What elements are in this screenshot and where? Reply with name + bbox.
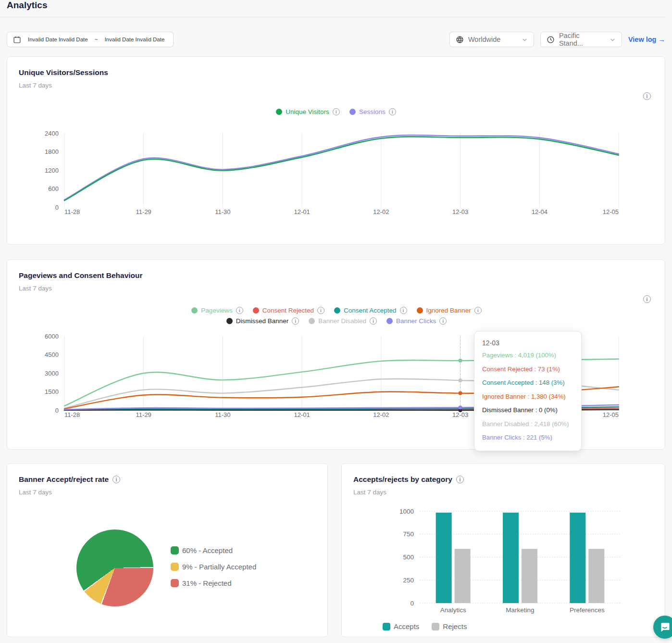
bar-accepts-analytics bbox=[436, 513, 452, 603]
legend-item-9-partially-accepted[interactable]: 9% - Partially Accepted bbox=[171, 563, 256, 571]
legend-swatch bbox=[417, 307, 423, 314]
info-icon[interactable]: i bbox=[370, 317, 377, 325]
y-tick-label: 750 bbox=[403, 530, 414, 538]
date-range-start: Invalid Date Invalid Date bbox=[28, 37, 88, 42]
legend-label: Banner Disabled bbox=[318, 317, 366, 325]
info-icon[interactable]: i bbox=[292, 317, 299, 325]
card-unique-visitors-sessions: Unique Visitors/Sessions Last 7 days i U… bbox=[7, 56, 665, 245]
legend-swatch bbox=[334, 307, 340, 314]
tooltip-row-consent-rejected: Consent Rejected : 73 (1%) bbox=[482, 363, 573, 377]
legend-swatch bbox=[383, 623, 390, 630]
x-tick-label: 11-29 bbox=[136, 411, 151, 418]
series-line-sessions bbox=[64, 135, 619, 200]
y-tick-label: 0 bbox=[55, 204, 59, 211]
x-tick-label: 11-28 bbox=[64, 208, 80, 215]
date-range-end: Invalid Date Invalid Date bbox=[105, 37, 165, 42]
chart-legend: PageviewsiConsent RejectediConsent Accep… bbox=[159, 307, 514, 325]
timezone-select-value: Pacific Stand... bbox=[559, 32, 605, 47]
legend-item-31-rejected[interactable]: 31% - Rejected bbox=[171, 579, 256, 587]
legend-swatch bbox=[171, 563, 179, 571]
x-tick-label: 11-29 bbox=[136, 208, 151, 215]
legend-item-rejects[interactable]: Rejects bbox=[432, 622, 467, 630]
legend-label: Unique Visitors bbox=[286, 108, 329, 115]
legend-item-unique-visitors[interactable]: Unique Visitorsi bbox=[276, 108, 340, 115]
bar-accepts-preferences bbox=[570, 513, 585, 603]
legend-label: Dismissed Banner bbox=[236, 317, 289, 325]
legend-item-accepts[interactable]: Accepts bbox=[383, 622, 419, 630]
card-pageviews-consent: Pageviews and Consent Behaviour Last 7 d… bbox=[7, 259, 665, 450]
view-log-link[interactable]: View log → bbox=[628, 36, 665, 43]
legend-item-ignored-banner[interactable]: Ignored Banneri bbox=[417, 307, 482, 314]
legend-label: Sessions bbox=[359, 108, 386, 115]
legend-label: 9% - Partially Accepted bbox=[182, 563, 256, 571]
bar-rejects-preferences bbox=[588, 549, 604, 603]
info-icon[interactable]: i bbox=[333, 108, 340, 115]
legend-label: Ignored Banner bbox=[426, 307, 471, 314]
legend-item-60-accepted[interactable]: 60% - Accepted bbox=[171, 546, 256, 555]
page-title: Analytics bbox=[7, 0, 47, 11]
legend-swatch bbox=[386, 318, 393, 324]
legend-item-banner-disabled[interactable]: Banner Disabledi bbox=[309, 317, 377, 325]
card-subtitle: Last 7 days bbox=[19, 489, 52, 496]
info-icon[interactable]: i bbox=[439, 317, 447, 325]
card-title: Accepts/rejects by category bbox=[353, 475, 452, 484]
x-tick-label: 12-01 bbox=[294, 411, 310, 418]
x-tick-label: 12-02 bbox=[373, 208, 389, 215]
date-range-picker[interactable]: Invalid Date Invalid Date ~ Invalid Date… bbox=[7, 32, 174, 47]
info-icon[interactable]: i bbox=[456, 476, 464, 483]
legend-swatch bbox=[191, 307, 198, 314]
info-icon[interactable]: i bbox=[400, 307, 407, 314]
pie-legend: 60% - Accepted9% - Partially Accepted31%… bbox=[171, 546, 256, 587]
y-tick-label: 0 bbox=[410, 600, 414, 607]
tooltip-row-pageviews: Pageviews : 4,019 (100%) bbox=[482, 349, 573, 363]
legend-label: Banner Clicks bbox=[396, 317, 436, 325]
chart-legend: Unique VisitorsiSessionsi bbox=[7, 108, 665, 115]
legend-item-dismissed-banner[interactable]: Dismissed Banneri bbox=[226, 317, 299, 325]
x-tick-label: 12-02 bbox=[373, 411, 389, 418]
clock-icon bbox=[547, 36, 555, 44]
header-divider bbox=[0, 17, 665, 17]
info-icon[interactable]: i bbox=[389, 108, 396, 115]
legend-label: Pageviews bbox=[201, 307, 232, 314]
legend-item-consent-accepted[interactable]: Consent Acceptedi bbox=[334, 307, 407, 314]
x-tick-label: 12-05 bbox=[603, 411, 619, 418]
card-title: Banner Accept/reject rate bbox=[19, 475, 109, 484]
info-icon[interactable]: i bbox=[112, 476, 120, 483]
info-icon[interactable]: i bbox=[643, 92, 651, 100]
y-tick-label: 3000 bbox=[45, 370, 59, 377]
y-tick-label: 1000 bbox=[399, 508, 414, 515]
x-tick-label: 12-03 bbox=[452, 411, 468, 418]
region-select[interactable]: Worldwide bbox=[449, 32, 534, 47]
x-tick-label: 12-03 bbox=[452, 208, 468, 215]
info-icon[interactable]: i bbox=[317, 307, 324, 314]
tooltip-row-dismissed-banner: Dismissed Banner : 0 (0%) bbox=[482, 403, 573, 417]
tooltip-row-banner-clicks: Banner Clicks : 221 (5%) bbox=[482, 431, 573, 445]
legend-item-consent-rejected[interactable]: Consent Rejectedi bbox=[253, 307, 324, 314]
legend-item-banner-clicks[interactable]: Banner Clicksi bbox=[386, 317, 447, 325]
info-icon[interactable]: i bbox=[236, 307, 243, 314]
legend-item-pageviews[interactable]: Pageviewsi bbox=[191, 307, 243, 314]
y-tick-label: 600 bbox=[48, 185, 59, 192]
card-subtitle: Last 7 days bbox=[353, 489, 386, 496]
tooltip-row-ignored-banner: Ignored Banner : 1,380 (34%) bbox=[482, 390, 573, 404]
legend-swatch bbox=[226, 318, 233, 324]
bar-accepts-marketing bbox=[503, 513, 519, 603]
chat-bubble-icon bbox=[659, 621, 671, 633]
legend-item-sessions[interactable]: Sessionsi bbox=[349, 108, 396, 115]
legend-swatch bbox=[171, 579, 179, 587]
line-chart-visitors: 11-2811-2911-3012-0112-0212-0312-0412-05… bbox=[7, 124, 665, 225]
legend-label: 31% - Rejected bbox=[182, 579, 232, 587]
timezone-select[interactable]: Pacific Stand... bbox=[540, 32, 622, 47]
region-select-value: Worldwide bbox=[468, 36, 500, 43]
y-tick-label: 1200 bbox=[45, 167, 59, 174]
info-icon[interactable]: i bbox=[643, 295, 651, 303]
legend-label: Accepts bbox=[394, 622, 419, 630]
x-tick-label: 12-04 bbox=[532, 208, 548, 215]
y-tick-label: 6000 bbox=[45, 333, 59, 340]
info-icon[interactable]: i bbox=[474, 307, 482, 314]
x-category-label: Marketing bbox=[506, 606, 534, 614]
card-title: Unique Visitors/Sessions bbox=[19, 68, 108, 77]
card-accepts-rejects-category: Accepts/rejects by category i Last 7 day… bbox=[341, 463, 665, 637]
legend-label: 60% - Accepted bbox=[182, 546, 233, 555]
y-tick-label: 250 bbox=[403, 577, 414, 584]
